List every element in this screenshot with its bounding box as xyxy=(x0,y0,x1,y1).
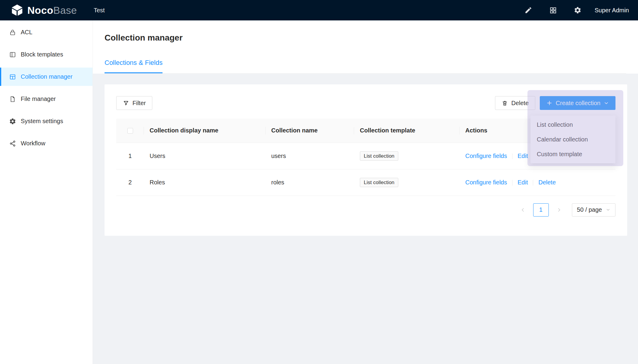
sidebar-item-workflow[interactable]: Workflow xyxy=(0,134,93,153)
page-header: Collection manager Collections & Fields xyxy=(93,20,638,74)
logo[interactable]: NocoBase xyxy=(0,4,77,16)
sidebar-item-acl[interactable]: ACL xyxy=(0,23,93,41)
column-header-collection-template: Collection template xyxy=(354,119,460,143)
sidebar-item-label: Workflow xyxy=(21,140,45,147)
filter-button[interactable]: Filter xyxy=(116,96,152,110)
tab-collections-fields[interactable]: Collections & Fields xyxy=(105,59,163,73)
delete-button-label: Delete xyxy=(511,100,529,107)
dropdown-item-list-collection[interactable]: List collection xyxy=(530,117,615,132)
select-all-checkbox[interactable] xyxy=(127,128,133,134)
configure-fields-link[interactable]: Configure fields xyxy=(465,153,507,159)
sidebar-item-label: Block templates xyxy=(21,51,63,58)
layout-icon xyxy=(9,51,16,58)
sidebar-item-label: Collection manager xyxy=(21,73,72,80)
sidebar-item-system-settings[interactable]: System settings xyxy=(0,112,93,130)
app-header: NocoBase Test Super Admin xyxy=(0,0,638,20)
content-area: Filter Delete Create collection xyxy=(93,74,638,364)
cell-collection-template: List collection xyxy=(354,143,460,169)
next-page-button[interactable] xyxy=(552,203,566,217)
dropdown-item-calendar-collection[interactable]: Calendar collection xyxy=(530,132,615,147)
create-collection-button-label: Create collection xyxy=(556,100,600,107)
chevron-down-icon xyxy=(604,101,609,106)
chevron-left-icon xyxy=(520,207,526,213)
create-collection-button[interactable]: Create collection xyxy=(540,96,615,110)
chevron-down-icon xyxy=(606,208,610,212)
sidebar-item-collection-manager[interactable]: Collection manager xyxy=(0,68,93,86)
highlighter-icon[interactable] xyxy=(522,4,535,17)
prev-page-button[interactable] xyxy=(516,203,530,217)
template-tag: List collection xyxy=(360,178,398,187)
sidebar-item-label: ACL xyxy=(21,29,32,36)
dropdown-item-custom-template[interactable]: Custom template xyxy=(530,147,615,162)
sidebar-item-label: File manager xyxy=(21,96,56,102)
settings-gear-icon[interactable] xyxy=(571,4,584,17)
edit-link[interactable]: Edit xyxy=(518,153,528,159)
apps-grid-icon[interactable] xyxy=(546,4,560,17)
cell-collection-template: List collection xyxy=(354,169,460,196)
edit-link[interactable]: Edit xyxy=(518,179,528,186)
delete-button[interactable]: Delete xyxy=(495,96,535,110)
nocobase-logo-icon xyxy=(11,4,23,16)
user-menu[interactable]: Super Admin xyxy=(594,7,629,14)
filter-button-label: Filter xyxy=(132,100,146,107)
cell-display-name: Roles xyxy=(144,169,266,196)
file-icon xyxy=(9,96,16,103)
page-size-select[interactable]: 50 / page xyxy=(572,203,615,217)
nav-item-test[interactable]: Test xyxy=(94,7,105,14)
cell-display-name: Users xyxy=(144,143,266,169)
column-header-collection-name: Collection name xyxy=(266,119,354,143)
tabs: Collections & Fields xyxy=(105,59,626,74)
action-divider xyxy=(533,180,533,186)
logo-text-bold: Noco xyxy=(27,5,53,16)
page-size-value: 50 / page xyxy=(577,206,602,213)
toolbar-right: Delete Create collection xyxy=(495,96,615,110)
template-tag: List collection xyxy=(360,151,398,161)
create-collection-dropdown: List collection Calendar collection Cust… xyxy=(530,116,615,163)
cell-collection-name: roles xyxy=(266,169,354,196)
sidebar-item-block-templates[interactable]: Block templates xyxy=(0,45,93,64)
action-divider xyxy=(512,153,512,159)
sidebar-item-file-manager[interactable]: File manager xyxy=(0,90,93,108)
main-content: Collection manager Collections & Fields … xyxy=(93,20,638,364)
plus-icon xyxy=(546,100,552,106)
action-divider xyxy=(512,180,512,186)
page-number-button[interactable]: 1 xyxy=(533,203,549,217)
table-icon xyxy=(9,73,16,80)
cell-collection-name: users xyxy=(266,143,354,169)
row-index: 2 xyxy=(116,169,144,196)
sidebar: ACL Block templates Collection manager F… xyxy=(0,20,93,364)
logo-text: NocoBase xyxy=(27,5,77,16)
chevron-right-icon xyxy=(556,207,562,213)
filter-icon xyxy=(123,100,129,106)
logo-text-light: Base xyxy=(53,5,77,16)
trash-icon xyxy=(502,100,508,106)
row-index: 1 xyxy=(116,143,144,169)
page-title: Collection manager xyxy=(105,32,626,43)
table-row: 2 Roles roles List collection Configure … xyxy=(116,169,615,196)
column-header-display-name: Collection display name xyxy=(144,119,266,143)
configure-fields-link[interactable]: Configure fields xyxy=(465,179,507,186)
toolbar: Filter Delete Create collection xyxy=(116,96,615,110)
select-all-header-cell xyxy=(116,119,144,143)
delete-link[interactable]: Delete xyxy=(538,179,556,186)
collections-card: Filter Delete Create collection xyxy=(105,84,627,236)
workflow-icon xyxy=(9,140,16,147)
pagination: 1 50 / page xyxy=(116,203,615,217)
lock-icon xyxy=(9,29,16,36)
sidebar-item-label: System settings xyxy=(21,118,63,125)
gear-icon xyxy=(9,118,16,125)
cell-actions: Configure fieldsEditDelete xyxy=(460,169,615,196)
header-right: Super Admin xyxy=(522,4,638,17)
